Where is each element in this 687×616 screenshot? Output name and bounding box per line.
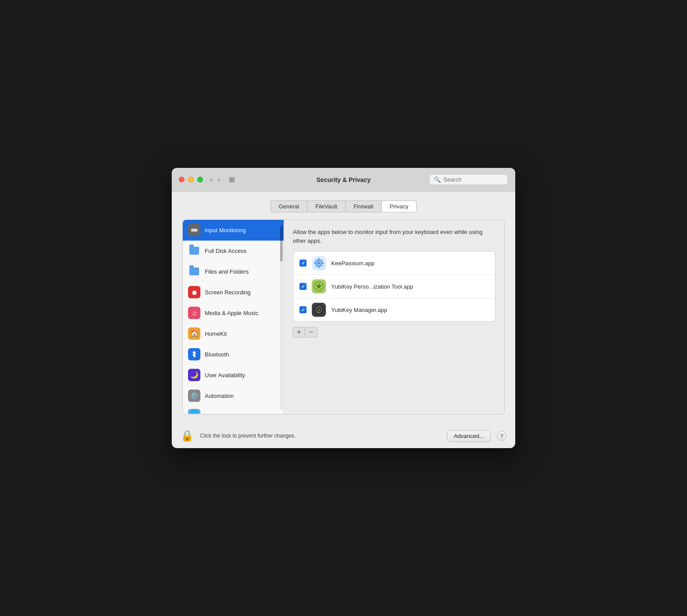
sidebar-item-user-availability[interactable]: 🌙 User Availability xyxy=(183,365,284,386)
search-bar[interactable]: 🔍 xyxy=(429,174,508,185)
check-icon: ✓ xyxy=(301,307,305,313)
screen-recording-icon: ⏺ xyxy=(188,286,200,298)
keyboard-icon: ⌨️ xyxy=(188,224,200,236)
table-row: ✓ YubiKey Perso...ization Tool.app xyxy=(293,275,495,298)
main-area: ⌨️ Input Monitoring Full Disk Access Fil… xyxy=(182,219,505,415)
sidebar-item-bluetooth[interactable]: Bluetooth xyxy=(183,344,284,365)
yubikey-mgr-app-name: YubiKey Manager.app xyxy=(331,307,387,313)
svg-point-6 xyxy=(315,260,317,261)
tab-privacy[interactable]: Privacy xyxy=(381,200,417,212)
sidebar-item-partial[interactable]: 🌐 xyxy=(183,406,284,414)
grid-icon[interactable]: ⊞ xyxy=(229,175,235,184)
svg-point-10 xyxy=(318,262,320,264)
add-remove-buttons: + − xyxy=(293,327,495,338)
svg-text:Y: Y xyxy=(318,308,320,312)
folder-full-disk-icon xyxy=(188,245,200,257)
sidebar-label-homekit: HomeKit xyxy=(205,330,227,337)
remove-app-button[interactable]: − xyxy=(305,327,318,338)
sidebar-label-full-disk-access: Full Disk Access xyxy=(205,248,247,254)
sidebar-label-automation: Automation xyxy=(205,393,234,399)
close-button[interactable] xyxy=(179,177,185,182)
panel-description: Allow the apps below to monitor input fr… xyxy=(293,228,495,245)
svg-point-2 xyxy=(318,258,320,260)
svg-point-5 xyxy=(322,262,324,264)
table-row: ✓ xyxy=(293,252,495,275)
check-icon: ✓ xyxy=(301,260,305,266)
keepassium-checkbox[interactable]: ✓ xyxy=(299,260,307,267)
footer: 🔒 Click the lock to prevent further chan… xyxy=(172,423,515,448)
keepassium-icon xyxy=(312,256,326,270)
yubikey-mgr-checkbox[interactable]: ✓ xyxy=(299,306,307,313)
apps-list: ✓ xyxy=(293,251,495,322)
partial-icon: 🌐 xyxy=(188,409,200,415)
sidebar-scrollbar-track[interactable] xyxy=(280,224,283,410)
automation-icon: ⚙️ xyxy=(188,390,200,402)
sidebar-item-screen-recording[interactable]: ⏺ Screen Recording xyxy=(183,282,284,303)
tab-filevault[interactable]: FileVault xyxy=(307,200,345,212)
check-icon: ✓ xyxy=(301,284,305,289)
tab-firewall[interactable]: Firewall xyxy=(345,200,381,212)
window-title: Security & Privacy xyxy=(317,176,371,183)
add-app-button[interactable]: + xyxy=(293,327,305,338)
sidebar: ⌨️ Input Monitoring Full Disk Access Fil… xyxy=(183,220,284,414)
bluetooth-icon xyxy=(188,348,200,360)
search-input[interactable] xyxy=(443,176,503,183)
yubikey-perso-icon xyxy=(312,279,326,293)
traffic-lights xyxy=(179,177,203,182)
sidebar-item-media-apple-music[interactable]: ♫ Media & Apple Music xyxy=(183,303,284,323)
sidebar-label-media-apple-music: Media & Apple Music xyxy=(205,310,258,316)
sidebar-label-files-and-folders: Files and Folders xyxy=(205,268,249,275)
yubikey-perso-app-name: YubiKey Perso...ization Tool.app xyxy=(331,283,413,290)
back-button[interactable]: ‹ xyxy=(208,175,214,185)
content-area: General FileVault Firewall Privacy ⌨️ In… xyxy=(172,192,515,423)
keepassium-app-name: KeePassium.app xyxy=(331,260,374,267)
tab-general[interactable]: General xyxy=(270,200,307,212)
tab-bar: General FileVault Firewall Privacy xyxy=(182,200,505,212)
sidebar-scrollbar-thumb[interactable] xyxy=(280,226,283,261)
sidebar-item-full-disk-access[interactable]: Full Disk Access xyxy=(183,241,284,261)
svg-point-7 xyxy=(321,265,322,267)
svg-point-3 xyxy=(318,266,320,268)
homekit-icon: 🏠 xyxy=(188,327,200,340)
user-availability-icon: 🌙 xyxy=(188,369,200,381)
music-icon: ♫ xyxy=(188,307,200,319)
folder-files-icon xyxy=(188,265,200,278)
advanced-button[interactable]: Advanced... xyxy=(447,430,491,442)
right-panel: Allow the apps below to monitor input fr… xyxy=(284,220,504,414)
lock-icon[interactable]: 🔒 xyxy=(181,430,194,442)
sidebar-label-bluetooth: Bluetooth xyxy=(205,351,229,358)
sidebar-item-files-and-folders[interactable]: Files and Folders xyxy=(183,261,284,282)
sidebar-item-homekit[interactable]: 🏠 HomeKit xyxy=(183,323,284,344)
table-row: ✓ Y YubiKey Manage xyxy=(293,298,495,321)
minimize-button[interactable] xyxy=(188,177,194,182)
sidebar-label-user-availability: User Availability xyxy=(205,372,245,379)
maximize-button[interactable] xyxy=(197,177,203,182)
svg-point-4 xyxy=(314,262,316,264)
lock-text: Click the lock to prevent further change… xyxy=(200,433,441,439)
sidebar-label-screen-recording: Screen Recording xyxy=(205,289,251,296)
yubikey-perso-checkbox[interactable]: ✓ xyxy=(299,283,307,290)
titlebar: ‹ › ⊞ Security & Privacy 🔍 xyxy=(172,168,515,192)
svg-point-8 xyxy=(321,260,322,261)
nav-buttons: ‹ › xyxy=(208,175,222,185)
sidebar-label-input-monitoring: Input Monitoring xyxy=(205,227,246,234)
forward-button[interactable]: › xyxy=(216,175,222,185)
help-button[interactable]: ? xyxy=(497,431,506,441)
search-icon: 🔍 xyxy=(434,176,441,183)
main-window: ‹ › ⊞ Security & Privacy 🔍 General FileV… xyxy=(172,168,515,448)
sidebar-item-automation[interactable]: ⚙️ Automation xyxy=(183,386,284,406)
sidebar-item-input-monitoring[interactable]: ⌨️ Input Monitoring xyxy=(183,220,284,241)
yubikey-mgr-icon: Y xyxy=(312,303,326,317)
svg-point-9 xyxy=(315,265,317,267)
